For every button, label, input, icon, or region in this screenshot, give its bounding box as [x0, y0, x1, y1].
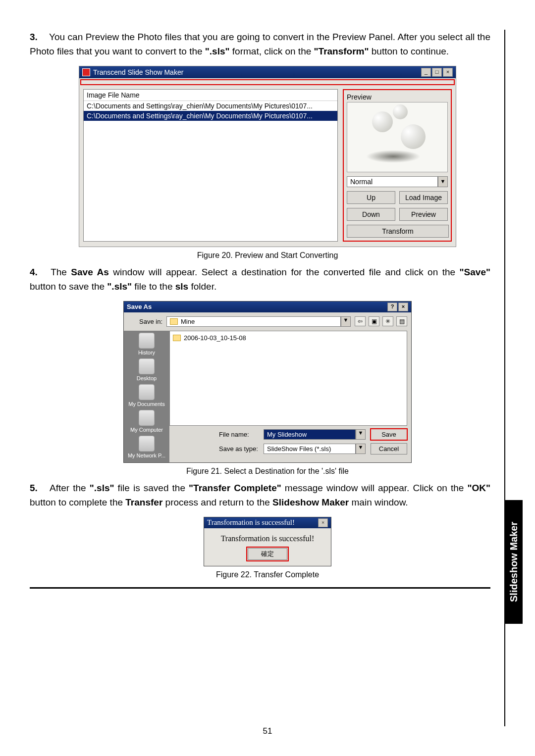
folder-icon [170, 318, 178, 325]
new-folder-icon[interactable]: ✳ [382, 316, 393, 326]
rotation-value: Normal [347, 176, 438, 187]
load-image-button[interactable]: Load Image [399, 191, 448, 204]
dialog-title: Save As [127, 303, 152, 310]
desktop-shortcut[interactable]: Desktop [137, 358, 157, 381]
step-number: 4. [30, 265, 47, 279]
save-as-dialog: Save As ? × Save in: Mine ▼ ⇦ ▣ ✳ ▤ [123, 301, 412, 463]
slideshow-maker-window: Transcend Slide Show Maker _ □ × Image F… [79, 66, 456, 247]
list-item-selected[interactable]: C:\Documents and Settings\ray_chien\My D… [84, 111, 337, 121]
chevron-down-icon[interactable]: ▼ [438, 176, 448, 187]
folder-icon [173, 335, 181, 341]
rotation-select[interactable]: Normal ▼ [347, 176, 448, 187]
msgbox-message: Transformation is successful! [204, 528, 331, 545]
close-button[interactable]: × [318, 518, 328, 527]
close-button[interactable]: × [398, 302, 408, 311]
ok-button[interactable]: 確定 [248, 548, 287, 560]
saveastype-value: SlideShow Files (*.sls) [264, 444, 356, 454]
step4-text: The Save As window will appear. Select a… [30, 267, 490, 292]
filename-label: File name: [219, 431, 259, 438]
dialog-toolbar: ⇦ ▣ ✳ ▤ [355, 316, 407, 326]
preview-button[interactable]: Preview [399, 208, 448, 221]
cancel-button[interactable]: Cancel [371, 443, 407, 454]
down-button[interactable]: Down [347, 208, 395, 221]
list-item[interactable]: 2006-10-03_10-15-08 [173, 334, 404, 342]
step-number: 5. [30, 481, 47, 495]
step-3: 3. You can Preview the Photo files that … [30, 30, 505, 59]
help-button[interactable]: ? [387, 302, 397, 311]
saveastype-select[interactable]: SlideShow Files (*.sls) ▼ [264, 444, 366, 454]
page-number: 51 [0, 726, 535, 736]
step-4: 4. The Save As window will appear. Selec… [30, 265, 505, 294]
maximize-button[interactable]: □ [432, 68, 442, 77]
app-icon [82, 68, 90, 76]
figure-20-caption: Figure 20. Preview and Start Converting [30, 251, 505, 260]
mynetwork-icon [139, 436, 155, 452]
saveastype-label: Save as type: [219, 445, 259, 453]
file-list[interactable]: 2006-10-03_10-15-08 [169, 331, 407, 426]
preview-panel: Preview Normal ▼ Up Load Image Down Pr [343, 89, 452, 242]
up-folder-icon[interactable]: ▣ [369, 316, 379, 326]
save-in-combo[interactable]: Mine ▼ [166, 316, 351, 327]
mydocuments-icon [139, 384, 155, 400]
filename-value: My Slideshow [264, 429, 356, 440]
save-in-label: Save in: [128, 318, 162, 325]
filename-input[interactable]: My Slideshow ▼ [264, 429, 366, 440]
chevron-down-icon[interactable]: ▼ [341, 316, 351, 327]
titlebar[interactable]: Transformation is successful! × [204, 517, 331, 528]
list-header: Image File Name [84, 90, 337, 101]
mycomputer-icon [139, 410, 155, 426]
toolbar-highlight [80, 79, 455, 85]
views-icon[interactable]: ▤ [396, 316, 407, 326]
mydocuments-shortcut[interactable]: My Documents [128, 384, 164, 407]
transform-button[interactable]: Transform [347, 225, 449, 238]
message-box: Transformation is successful! × Transfor… [204, 517, 331, 566]
mycomputer-shortcut[interactable]: My Computer [130, 410, 163, 433]
section-rule [30, 587, 490, 589]
chevron-down-icon[interactable]: ▼ [356, 429, 366, 440]
preview-image [347, 102, 448, 172]
window-title: Transcend Slide Show Maker [93, 68, 183, 76]
image-list[interactable]: Image File Name C:\Documents and Setting… [83, 89, 338, 242]
back-icon[interactable]: ⇦ [355, 316, 366, 326]
titlebar[interactable]: Transcend Slide Show Maker _ □ × [79, 66, 456, 78]
save-button[interactable]: Save [371, 429, 407, 440]
up-button[interactable]: Up [347, 191, 395, 204]
step3-text: You can Preview the Photo files that you… [30, 32, 490, 56]
list-item[interactable]: C:\Documents and Settings\ray_chien\My D… [84, 101, 337, 111]
places-bar: History Desktop My Documents My Computer… [124, 331, 169, 462]
preview-label: Preview [347, 93, 448, 101]
chevron-down-icon[interactable]: ▼ [356, 444, 366, 454]
step-5: 5. After the ".sls" file is saved the "T… [30, 481, 505, 510]
mynetwork-shortcut[interactable]: My Network P... [128, 436, 165, 458]
section-tab: Slideshow Maker [505, 500, 523, 624]
close-button[interactable]: × [443, 68, 453, 77]
msgbox-title: Transformation is successful! [207, 518, 295, 527]
history-icon [139, 333, 155, 349]
figure-22-caption: Figure 22. Transfer Complete [30, 570, 505, 579]
titlebar[interactable]: Save As ? × [124, 302, 411, 312]
figure-21-caption: Figure 21. Select a Destination for the … [30, 467, 505, 476]
step-number: 3. [30, 30, 47, 44]
minimize-button[interactable]: _ [421, 68, 431, 77]
desktop-icon [139, 358, 155, 374]
history-shortcut[interactable]: History [138, 333, 155, 355]
step5-text: After the ".sls" file is saved the "Tran… [30, 483, 490, 507]
save-in-value: Mine [181, 318, 195, 325]
